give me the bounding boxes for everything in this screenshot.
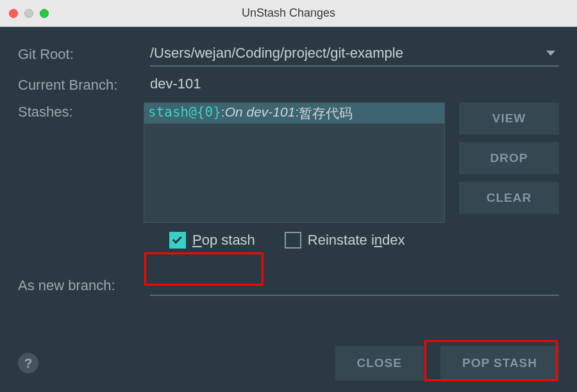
window-close-button[interactable] [9, 9, 18, 18]
window-title: UnStash Changes [0, 6, 577, 20]
stash-list[interactable]: stash@{0}: On dev-101: 暂存代码 [144, 102, 445, 223]
git-root-label: Git Root: [18, 45, 150, 63]
git-root-value: /Users/wejan/Coding/project/git-example [150, 45, 403, 61]
pop-stash-button[interactable]: POP STASH [440, 346, 559, 380]
git-root-dropdown[interactable]: /Users/wejan/Coding/project/git-example [150, 45, 559, 67]
traffic-lights [9, 9, 49, 18]
stash-branch: On dev-101 [225, 104, 296, 122]
as-new-branch-label: As new branch: [18, 276, 150, 294]
reinstate-index-checkbox[interactable] [285, 232, 301, 249]
window-maximize-button[interactable] [40, 9, 49, 18]
stash-item[interactable]: stash@{0}: On dev-101: 暂存代码 [144, 103, 444, 124]
stash-message: 暂存代码 [299, 104, 353, 122]
pop-stash-checkbox[interactable] [169, 232, 186, 249]
drop-button[interactable]: DROP [459, 142, 559, 174]
as-new-branch-input[interactable] [150, 274, 559, 296]
current-branch-value: dev-101 [150, 76, 559, 92]
window-minimize-button[interactable] [24, 9, 33, 18]
clear-button[interactable]: CLEAR [459, 182, 559, 214]
pop-stash-checkbox-group[interactable]: Pop stash [169, 232, 255, 249]
reinstate-index-label: Reinstate index [308, 232, 405, 249]
current-branch-label: Current Branch: [18, 76, 150, 94]
view-button[interactable]: VIEW [459, 102, 559, 135]
stashes-label: Stashes: [18, 102, 144, 120]
chevron-down-icon [546, 51, 555, 56]
check-icon [172, 234, 183, 244]
help-button[interactable]: ? [18, 353, 38, 373]
close-button[interactable]: CLOSE [335, 346, 424, 380]
pop-stash-label: Pop stash [192, 232, 255, 249]
stash-ref: stash@{0} [148, 104, 221, 122]
titlebar: UnStash Changes [0, 0, 577, 27]
reinstate-index-checkbox-group[interactable]: Reinstate index [285, 232, 405, 249]
